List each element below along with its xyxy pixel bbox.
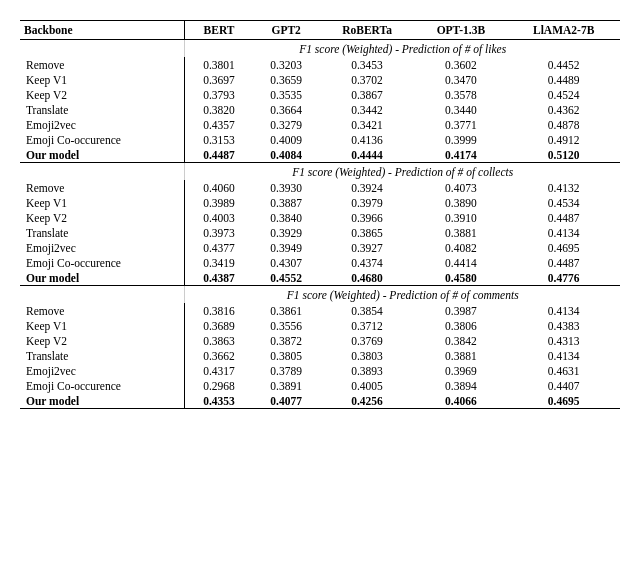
row-label: Remove — [20, 303, 185, 318]
col-header-roberta: RoBERTa — [320, 21, 415, 40]
table-row: Remove0.40600.39300.39240.40730.4132 — [20, 180, 620, 195]
row-label: Remove — [20, 57, 185, 72]
table-row: Emoji Co-occurence0.31530.40090.41360.39… — [20, 132, 620, 147]
data-cell: 0.3840 — [253, 210, 320, 225]
data-cell: 0.3806 — [414, 318, 507, 333]
row-label: Keep V2 — [20, 333, 185, 348]
row-label: Translate — [20, 102, 185, 117]
data-cell: 0.4136 — [320, 132, 415, 147]
data-cell: 0.3987 — [414, 303, 507, 318]
data-cell: 0.3712 — [320, 318, 415, 333]
data-cell: 0.4534 — [507, 195, 620, 210]
data-cell: 0.3769 — [320, 333, 415, 348]
data-cell: 0.3421 — [320, 117, 415, 132]
data-cell: 0.3842 — [414, 333, 507, 348]
data-cell: 0.3535 — [253, 87, 320, 102]
data-cell: 0.4912 — [507, 132, 620, 147]
data-cell: 0.4009 — [253, 132, 320, 147]
data-cell: 0.3470 — [414, 72, 507, 87]
data-cell: 0.3910 — [414, 210, 507, 225]
data-cell: 0.3894 — [414, 378, 507, 393]
data-cell: 0.4317 — [185, 363, 253, 378]
data-cell: 0.5120 — [507, 147, 620, 163]
section-header-row: F1 score (Weighted) - Prediction of # of… — [20, 163, 620, 181]
data-cell: 0.4776 — [507, 270, 620, 286]
data-cell: 0.4695 — [507, 240, 620, 255]
section-left-cell — [20, 286, 185, 304]
data-cell: 0.3419 — [185, 255, 253, 270]
table-row: Remove0.38010.32030.34530.36020.4452 — [20, 57, 620, 72]
data-cell: 0.3203 — [253, 57, 320, 72]
table-row: Keep V10.36970.36590.37020.34700.4489 — [20, 72, 620, 87]
data-cell: 0.4878 — [507, 117, 620, 132]
data-cell: 0.3949 — [253, 240, 320, 255]
col-header-opt: OPT-1.3B — [414, 21, 507, 40]
data-cell: 0.4084 — [253, 147, 320, 163]
table-row: Translate0.38200.36640.34420.34400.4362 — [20, 102, 620, 117]
data-cell: 0.3881 — [414, 225, 507, 240]
data-cell: 0.4307 — [253, 255, 320, 270]
data-cell: 0.4552 — [253, 270, 320, 286]
data-cell: 0.3771 — [414, 117, 507, 132]
data-cell: 0.3440 — [414, 102, 507, 117]
table-row: Our model0.44870.40840.44440.41740.5120 — [20, 147, 620, 163]
data-cell: 0.3872 — [253, 333, 320, 348]
data-cell: 0.3989 — [185, 195, 253, 210]
data-cell: 0.3861 — [253, 303, 320, 318]
data-cell: 0.3891 — [253, 378, 320, 393]
data-cell: 0.3966 — [320, 210, 415, 225]
data-cell: 0.4353 — [185, 393, 253, 409]
table-row: Emoji2vec0.43570.32790.34210.37710.4878 — [20, 117, 620, 132]
row-label: Keep V1 — [20, 195, 185, 210]
data-cell: 0.3973 — [185, 225, 253, 240]
results-table: Backbone BERT GPT2 RoBERTa OPT-1.3B LlAM… — [20, 20, 620, 409]
data-cell: 0.3854 — [320, 303, 415, 318]
data-cell: 0.3929 — [253, 225, 320, 240]
table-header-row: Backbone BERT GPT2 RoBERTa OPT-1.3B LlAM… — [20, 21, 620, 40]
data-cell: 0.4444 — [320, 147, 415, 163]
data-cell: 0.4487 — [507, 255, 620, 270]
data-cell: 0.3887 — [253, 195, 320, 210]
data-cell: 0.4383 — [507, 318, 620, 333]
data-cell: 0.3442 — [320, 102, 415, 117]
data-cell: 0.2968 — [185, 378, 253, 393]
table-row: Keep V10.36890.35560.37120.38060.4383 — [20, 318, 620, 333]
data-cell: 0.4003 — [185, 210, 253, 225]
data-cell: 0.4631 — [507, 363, 620, 378]
data-cell: 0.3602 — [414, 57, 507, 72]
data-cell: 0.4680 — [320, 270, 415, 286]
data-cell: 0.3153 — [185, 132, 253, 147]
row-label: Keep V2 — [20, 87, 185, 102]
data-cell: 0.3867 — [320, 87, 415, 102]
data-cell: 0.3927 — [320, 240, 415, 255]
data-cell: 0.3697 — [185, 72, 253, 87]
data-cell: 0.4313 — [507, 333, 620, 348]
data-cell: 0.4134 — [507, 348, 620, 363]
data-cell: 0.3453 — [320, 57, 415, 72]
data-cell: 0.3793 — [185, 87, 253, 102]
col-header-llama: LlAMA2-7B — [507, 21, 620, 40]
data-cell: 0.4132 — [507, 180, 620, 195]
table-row: Our model0.43870.45520.46800.45800.4776 — [20, 270, 620, 286]
row-label: Keep V2 — [20, 210, 185, 225]
row-label: Keep V1 — [20, 318, 185, 333]
table-row: Translate0.39730.39290.38650.38810.4134 — [20, 225, 620, 240]
data-cell: 0.4077 — [253, 393, 320, 409]
section-title: F1 score (Weighted) - Prediction of # of… — [185, 163, 620, 181]
data-cell: 0.3662 — [185, 348, 253, 363]
row-label: Translate — [20, 348, 185, 363]
section-header-row: F1 score (Weighted) - Prediction of # of… — [20, 286, 620, 304]
data-cell: 0.3924 — [320, 180, 415, 195]
data-cell: 0.3999 — [414, 132, 507, 147]
data-cell: 0.4005 — [320, 378, 415, 393]
row-label: Emoji Co-occurence — [20, 378, 185, 393]
data-cell: 0.4082 — [414, 240, 507, 255]
row-label: Translate — [20, 225, 185, 240]
data-cell: 0.3556 — [253, 318, 320, 333]
row-label: Keep V1 — [20, 72, 185, 87]
table-row: Emoji2vec0.43770.39490.39270.40820.4695 — [20, 240, 620, 255]
data-cell: 0.4134 — [507, 225, 620, 240]
data-cell: 0.3979 — [320, 195, 415, 210]
data-cell: 0.3816 — [185, 303, 253, 318]
row-label: Remove — [20, 180, 185, 195]
